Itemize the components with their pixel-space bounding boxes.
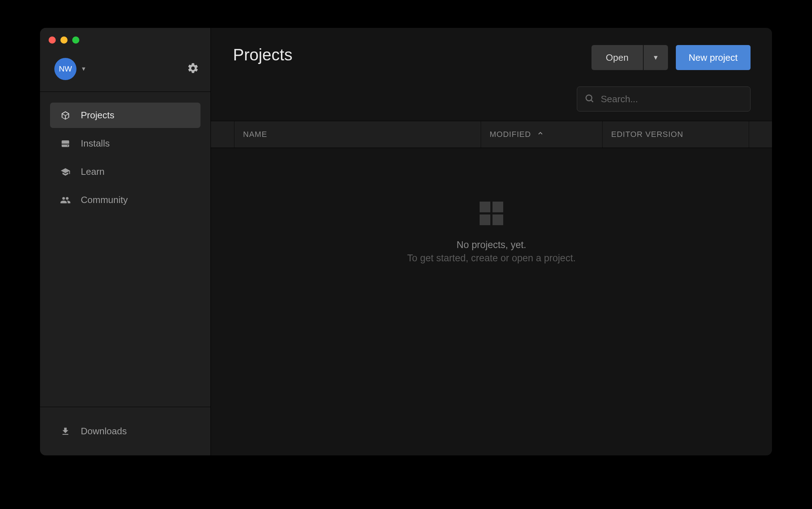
gear-icon [187, 62, 199, 74]
chevron-down-icon: ▼ [81, 66, 86, 72]
column-label: EDITOR VERSION [611, 130, 683, 139]
main-header: Projects Open ▼ New project [211, 28, 772, 79]
svg-point-0 [586, 95, 592, 101]
sidebar-footer: Downloads [40, 407, 211, 455]
sidebar-item-label: Projects [81, 110, 114, 121]
empty-state-title: No projects, yet. [456, 239, 526, 251]
page-title: Projects [233, 45, 292, 64]
sidebar-item-label: Learn [81, 166, 105, 177]
svg-line-1 [591, 100, 593, 102]
sidebar-item-label: Community [81, 194, 128, 206]
avatar-initials: NW [59, 64, 72, 74]
new-project-button[interactable]: New project [676, 45, 751, 70]
cube-icon [60, 110, 71, 121]
search-input[interactable] [601, 94, 743, 105]
open-button[interactable]: Open [591, 45, 643, 70]
grid-icon [480, 202, 503, 225]
sidebar-item-projects[interactable]: Projects [50, 103, 200, 128]
sidebar-item-learn[interactable]: Learn [50, 159, 200, 184]
avatar: NW [54, 58, 76, 80]
column-label: MODIFIED [490, 130, 531, 139]
table-header: NAME MODIFIED EDITOR VERSION [211, 121, 772, 148]
open-button-group: Open ▼ [591, 45, 668, 70]
sidebar-header: NW ▼ [40, 48, 211, 92]
table-col-handle [211, 121, 234, 148]
sidebar-item-label: Installs [81, 138, 110, 149]
open-dropdown-button[interactable]: ▼ [643, 45, 668, 70]
fullscreen-window-button[interactable] [72, 36, 79, 44]
sidebar-item-community[interactable]: Community [50, 187, 200, 213]
empty-state: No projects, yet. To get started, create… [211, 148, 772, 455]
empty-state-subtitle: To get started, create or open a project… [407, 253, 575, 264]
download-icon [60, 426, 71, 437]
sidebar-item-label: Downloads [81, 426, 127, 437]
search-box[interactable] [577, 87, 751, 112]
caret-down-icon: ▼ [653, 54, 659, 61]
sidebar-nav: Projects Installs Learn Community [40, 92, 211, 407]
people-icon [60, 195, 71, 206]
search-row [211, 79, 772, 121]
main-content: Projects Open ▼ New project [211, 28, 772, 455]
drive-icon [60, 138, 71, 149]
table-col-version[interactable]: EDITOR VERSION [603, 121, 749, 148]
table-col-modified[interactable]: MODIFIED [481, 121, 603, 148]
table-col-actions [749, 121, 772, 148]
sidebar-item-downloads[interactable]: Downloads [50, 419, 200, 444]
sidebar-item-installs[interactable]: Installs [50, 131, 200, 156]
graduation-cap-icon [60, 167, 71, 177]
sort-ascending-icon [537, 130, 544, 139]
account-menu[interactable]: NW ▼ [54, 58, 86, 80]
sidebar: NW ▼ Projects Installs [40, 28, 211, 455]
close-window-button[interactable] [49, 36, 56, 44]
column-label: NAME [243, 130, 267, 139]
app-window: NW ▼ Projects Installs [40, 28, 772, 455]
header-actions: Open ▼ New project [591, 45, 751, 70]
search-icon [584, 93, 594, 105]
window-controls [40, 28, 211, 48]
minimize-window-button[interactable] [60, 36, 68, 44]
settings-button[interactable] [187, 62, 199, 76]
table-col-name[interactable]: NAME [234, 121, 481, 148]
